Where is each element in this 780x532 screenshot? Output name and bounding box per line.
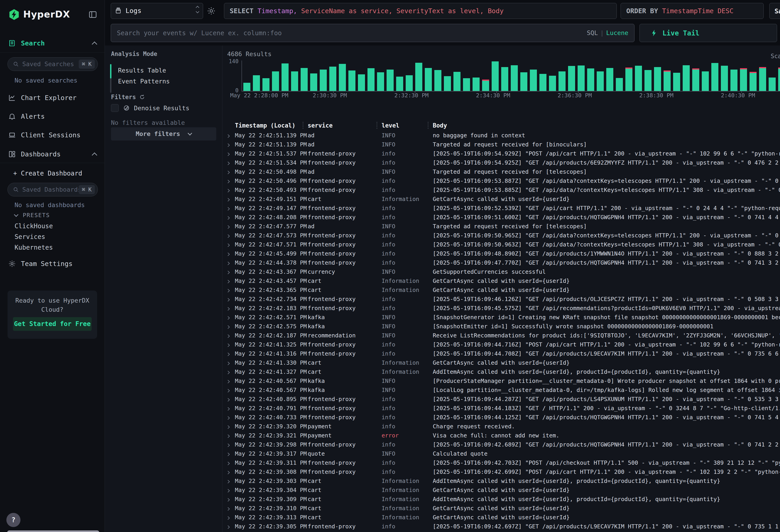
histogram-bar[interactable]	[482, 80, 489, 91]
histogram-bar[interactable]	[644, 70, 651, 91]
expand-row-icon[interactable]	[226, 180, 230, 184]
expand-row-icon[interactable]	[226, 434, 230, 438]
table-row[interactable]: May 22 2:42:43.367 PMcurrencyINFOGetSupp…	[223, 268, 780, 277]
histogram-bar[interactable]	[749, 72, 757, 91]
expand-row-icon[interactable]	[226, 189, 230, 193]
table-row[interactable]: May 22 2:42:39.321 PMpaymenterrorVisa ca…	[223, 431, 780, 440]
preset-item-clickhouse[interactable]: ClickHouse	[14, 222, 53, 230]
table-row[interactable]: May 22 2:42:39.309 PMcartInformationAddI…	[223, 495, 780, 504]
table-row[interactable]: May 22 2:42:43.365 PMcartInformationGetC…	[223, 286, 780, 295]
table-row[interactable]: May 22 2:42:45.499 PMfrontend-proxyinfo[…	[223, 249, 780, 258]
expand-row-icon[interactable]	[226, 444, 230, 447]
table-row[interactable]: May 22 2:42:39.311 PMfrontend-proxyinfo[…	[223, 458, 780, 468]
live-tail-button[interactable]: Live Tail	[639, 24, 777, 42]
histogram-bar[interactable]	[415, 63, 422, 91]
expand-row-icon[interactable]	[226, 489, 230, 493]
expand-row-icon[interactable]	[226, 216, 230, 220]
refresh-icon[interactable]	[139, 94, 145, 100]
histogram-bar[interactable]	[558, 71, 566, 91]
histogram-bar[interactable]	[530, 69, 537, 91]
histogram-bar[interactable]	[683, 65, 690, 91]
histogram-bar[interactable]	[549, 76, 556, 91]
presets-section[interactable]: PRESETS	[14, 212, 50, 219]
sql-mode-toggle[interactable]: SQL	[587, 29, 598, 36]
more-filters-button[interactable]: More filters	[111, 127, 216, 141]
histogram-bar[interactable]	[769, 78, 776, 91]
table-row[interactable]: May 22 2:42:42.183 PMfrontend-proxyinfo[…	[223, 304, 780, 313]
table-row[interactable]: May 22 2:42:41.325 PMfrontend-proxyinfo[…	[223, 340, 780, 349]
table-row[interactable]: May 22 2:42:42.734 PMfrontend-proxyinfo[…	[223, 295, 780, 304]
table-row[interactable]: May 22 2:42:42.571 PMkafkaINFO[SnapshotG…	[223, 313, 780, 322]
table-row[interactable]: May 22 2:42:43.457 PMcartInformationGetC…	[223, 277, 780, 286]
table-row[interactable]: May 22 2:42:47.573 PMfrontend-proxyinfo[…	[223, 231, 780, 240]
table-row[interactable]: May 22 2:42:51.537 PMfrontend-proxyinfo[…	[223, 149, 780, 158]
histogram-bar[interactable]	[578, 65, 585, 91]
table-row[interactable]: May 22 2:42:40.733 PMfrontend-proxyinfo[…	[223, 413, 780, 422]
expand-row-icon[interactable]	[226, 516, 230, 520]
table-row[interactable]: May 22 2:42:50.498 PMadINFOTargeted ad r…	[223, 167, 780, 177]
sidebar-item-alerts[interactable]: Alerts	[0, 109, 105, 124]
results-histogram[interactable]	[242, 60, 780, 91]
expand-row-icon[interactable]	[226, 143, 230, 147]
histogram-bar[interactable]	[358, 74, 365, 91]
preset-item-kubernetes[interactable]: Kubernetes	[14, 244, 53, 251]
column-resize-handle[interactable]	[428, 122, 429, 129]
histogram-bar[interactable]	[282, 63, 289, 91]
saved-dashboards-input[interactable]: Saved Dashboards ⌘ K	[7, 183, 98, 196]
orderby-input[interactable]: ORDER BY TimestampTime DESC	[621, 3, 764, 19]
expand-row-icon[interactable]	[226, 162, 230, 165]
histogram-bar[interactable]	[635, 66, 642, 91]
expand-row-icon[interactable]	[226, 225, 230, 229]
table-row[interactable]: May 22 2:42:39.298 PMfrontend-proxyinfo[…	[223, 440, 780, 449]
table-row[interactable]: May 22 2:42:51.139 PMadINFOno baggage fo…	[223, 131, 780, 140]
column-header-timestamp[interactable]: Timestamp (Local)	[235, 120, 308, 131]
expand-row-icon[interactable]	[226, 271, 230, 275]
tab-event-patterns[interactable]: Event Patterns	[118, 78, 170, 85]
histogram-bar[interactable]	[511, 65, 518, 91]
expand-row-icon[interactable]	[226, 480, 230, 484]
histogram-bar[interactable]	[291, 71, 298, 91]
table-row[interactable]: May 22 2:42:40.895 PMfrontend-proxyinfo[…	[223, 395, 780, 404]
expand-row-icon[interactable]	[226, 425, 230, 429]
preset-item-services[interactable]: Services	[14, 233, 45, 241]
histogram-bar[interactable]	[377, 72, 384, 91]
expand-row-icon[interactable]	[226, 498, 230, 502]
histogram-bar[interactable]	[463, 78, 470, 91]
histogram-bar[interactable]	[492, 61, 499, 91]
column-header-level[interactable]: level	[382, 120, 433, 131]
expand-row-icon[interactable]	[226, 280, 230, 284]
histogram-bar[interactable]	[778, 67, 780, 91]
expand-row-icon[interactable]	[226, 234, 230, 238]
histogram-bar[interactable]	[320, 69, 327, 91]
expand-row-icon[interactable]	[226, 243, 230, 247]
histogram-bar[interactable]	[339, 64, 346, 91]
table-row[interactable]: May 22 2:42:39.317 PMquoteINFOCalculated…	[223, 449, 780, 458]
table-row[interactable]: May 22 2:42:49.151 PMcartInformationGetC…	[223, 195, 780, 204]
histogram-bar[interactable]	[568, 66, 575, 91]
expand-row-icon[interactable]	[226, 171, 230, 175]
histogram-bar[interactable]	[310, 74, 317, 91]
denoise-filter-row[interactable]: Denoise Results	[105, 104, 222, 112]
expand-row-icon[interactable]	[226, 334, 230, 338]
histogram-bar[interactable]	[587, 68, 594, 91]
table-row[interactable]: May 22 2:42:39.308 PMfrontend-proxyinfo[…	[223, 468, 780, 477]
table-row[interactable]: May 22 2:42:44.378 PMfrontend-proxyinfo[…	[223, 258, 780, 268]
histogram-bar[interactable]	[348, 70, 355, 91]
table-row[interactable]: May 22 2:42:47.577 PMadINFOTargeted ad r…	[223, 222, 780, 231]
histogram-bar[interactable]	[406, 75, 413, 91]
table-row[interactable]: May 22 2:42:39.305 PMfrontend-proxyinfo[…	[223, 522, 780, 531]
save-button[interactable]: Sa	[769, 3, 780, 19]
table-row[interactable]: May 22 2:42:41.316 PMfrontend-proxyinfo[…	[223, 349, 780, 358]
histogram-bar[interactable]	[520, 72, 527, 91]
expand-row-icon[interactable]	[226, 134, 230, 138]
histogram-bar[interactable]	[616, 78, 623, 91]
expand-row-icon[interactable]	[226, 343, 230, 347]
histogram-bar[interactable]	[272, 71, 279, 91]
expand-row-icon[interactable]	[226, 153, 230, 156]
table-row[interactable]: May 22 2:42:39.320 PMpaymentinfoCharge r…	[223, 422, 780, 431]
help-button[interactable]: ?	[6, 513, 20, 527]
histogram-bar[interactable]	[740, 68, 747, 91]
expand-row-icon[interactable]	[226, 471, 230, 475]
expand-row-icon[interactable]	[226, 380, 230, 384]
table-row[interactable]: May 22 2:42:41.330 PMcartInformationGetC…	[223, 358, 780, 368]
